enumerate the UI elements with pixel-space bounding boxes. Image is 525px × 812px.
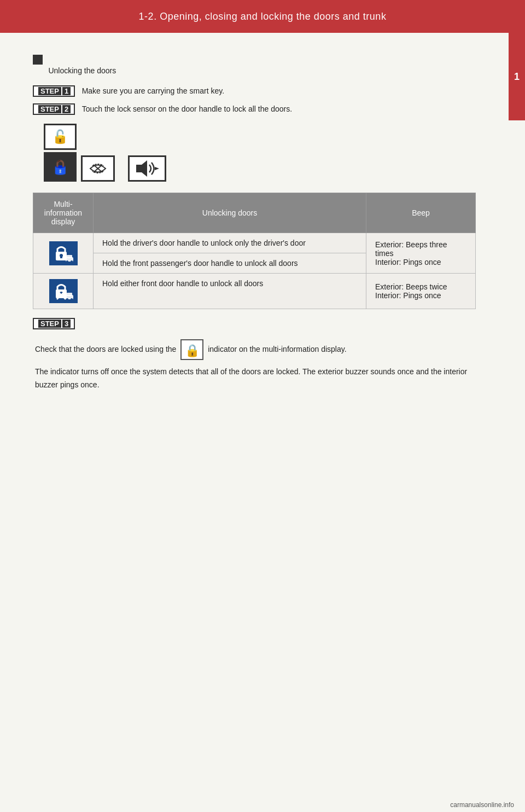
svg-rect-2	[136, 165, 142, 172]
section-intro-text: Unlocking the doors	[48, 66, 116, 75]
table-cell-icon-1	[33, 233, 94, 274]
step3-text-block: Check that the doors are locked using th…	[35, 339, 476, 360]
step1-number: 1	[62, 87, 71, 95]
key-icon	[88, 160, 108, 177]
speaker-icon	[135, 159, 159, 178]
lock-car-icon-1	[51, 243, 75, 264]
table-cell-beep-1: Exterior: Beeps three timesInterior: Pin…	[366, 233, 476, 274]
table-cell-unlock-1b: Hold the front passenger's door handle t…	[94, 253, 366, 274]
step3-additional-text: The indicator turns off once the system …	[35, 366, 476, 392]
step3-container: STEP3 Check that the doors are locked us…	[33, 318, 476, 392]
step1-text: Make sure you are carrying the smart key…	[82, 86, 224, 95]
svg-point-11	[71, 260, 73, 263]
table-cell-unlock-1a: Hold the driver's door handle to unlock …	[94, 233, 366, 253]
table-header-unlocking: Unlocking doors	[94, 193, 366, 233]
step3-label-text: STEP	[38, 320, 61, 328]
bottom-website-bar: carmanualsonline.info	[0, 798, 525, 812]
svg-point-20	[71, 298, 73, 300]
step1-label: STEP1	[33, 85, 75, 97]
table-cell-icon-2	[33, 274, 94, 309]
step3-number: 3	[62, 320, 71, 328]
table-cell-beep-2: Exterior: Beeps twiceInterior: Pings onc…	[366, 274, 476, 309]
svg-marker-4	[155, 167, 159, 170]
svg-marker-3	[142, 160, 147, 177]
step2-number: 2	[62, 105, 71, 113]
unlock-icon: 🔓	[52, 129, 68, 144]
table-row-1a: Hold the driver's door handle to unlock …	[33, 233, 476, 253]
chapter-number: 1	[514, 71, 520, 83]
step3-inline-lock-icon: 🔒	[180, 339, 203, 360]
step2-text: Touch the lock sensor on the door handle…	[82, 105, 292, 113]
svg-rect-18	[67, 293, 72, 296]
table-header-beep: Beep	[366, 193, 476, 233]
key-rotation-icon-box	[81, 155, 115, 182]
section-icon	[33, 55, 43, 65]
step2-label-text: STEP	[38, 105, 61, 113]
step2-container: STEP2 Touch the lock sensor on the door …	[33, 103, 476, 118]
table-cell-unlock-2: Hold either front door handle to unlock …	[94, 274, 366, 309]
step2-icons-row: 🔓 🔒	[44, 124, 476, 182]
step3-text-before: Check that the doors are locked using th…	[35, 345, 178, 353]
page-title: 1-2. Opening, closing and locking the do…	[139, 11, 387, 22]
svg-rect-7	[60, 256, 62, 258]
lock-icon-box: 🔒	[44, 152, 77, 182]
main-content: Unlocking the doors STEP1 Make sure you …	[0, 33, 509, 425]
table-row-2: Hold either front door handle to unlock …	[33, 274, 476, 309]
step1-container: STEP1 Make sure you are carrying the sma…	[33, 85, 476, 100]
table-header-display: Multi-informationdisplay	[33, 193, 94, 233]
speaker-icon-box	[128, 155, 166, 182]
blue-lock-icon-1	[49, 241, 78, 265]
step1-label-text: STEP	[38, 87, 61, 95]
info-table: Multi-informationdisplay Unlocking doors…	[33, 193, 476, 309]
unlock-icon-box: 🔓	[44, 124, 77, 150]
chapter-tab: 1	[509, 33, 525, 120]
page-header: 1-2. Opening, closing and locking the do…	[0, 0, 525, 33]
svg-point-10	[66, 260, 68, 263]
step2-label: STEP2	[33, 103, 75, 115]
svg-rect-9	[67, 255, 72, 258]
step3-label: STEP3	[33, 318, 75, 329]
lock-icon: 🔒	[51, 159, 69, 176]
step3-text-after: indicator on the multi-information displ…	[208, 345, 346, 353]
lock-car-icon-2	[51, 281, 75, 301]
svg-point-19	[66, 298, 68, 300]
icon-stack-left: 🔓 🔒	[44, 124, 77, 182]
website-url: carmanualsonline.info	[450, 801, 514, 809]
blue-lock-icon-2	[49, 279, 78, 303]
